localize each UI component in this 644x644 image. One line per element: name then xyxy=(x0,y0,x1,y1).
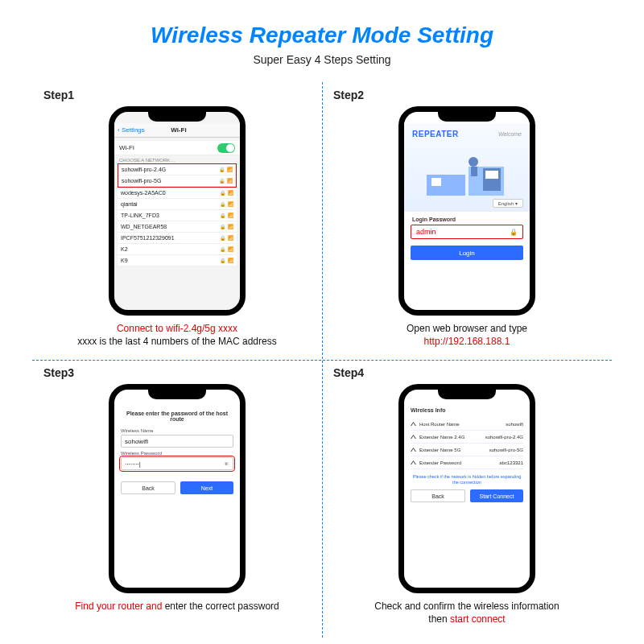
welcome-text: Welcome xyxy=(498,131,522,137)
password-input[interactable]: admin 🔒 xyxy=(411,225,523,239)
phone-notch xyxy=(438,110,496,122)
phone-notch xyxy=(148,110,206,122)
svg-rect-1 xyxy=(431,178,441,186)
back-link[interactable]: ‹ Settings xyxy=(118,126,145,134)
brand-text: REPEATER xyxy=(412,130,459,138)
network-row[interactable]: TP-LINK_7FD3🔒📶 xyxy=(118,210,237,221)
network-row[interactable]: K2🔒📶 xyxy=(118,244,237,255)
info-row: Host Router Name sohowifi xyxy=(411,418,523,431)
page-subtitle: Super Easy 4 Steps Setting xyxy=(32,53,612,66)
lock-icon: 🔒 xyxy=(510,229,518,236)
info-key: Extender Name 2.4G xyxy=(419,435,464,440)
back-button[interactable]: Back xyxy=(121,481,175,494)
step1-label: Step1 xyxy=(43,89,74,101)
info-row: Extender Name 5G sohowifi-pro-5G xyxy=(411,444,523,456)
router-icon xyxy=(411,460,416,464)
step1-cell: Step1 ‹ Settings Wi-Fi Wi-Fi CHOOSE A NE… xyxy=(32,82,322,360)
network-name: sohowifi-pro-2.4G xyxy=(122,167,166,172)
network-name: sohowifi-pro-5G xyxy=(122,178,161,184)
caption-red: start connect xyxy=(450,613,506,625)
eye-icon[interactable]: 👁 xyxy=(224,461,229,467)
step2-cell: Step2 REPEATER Welcome xyxy=(322,82,612,360)
network-name: TP-LINK_7FD3 xyxy=(121,213,159,218)
wireless-name-label: Wireless Name xyxy=(121,428,233,433)
step3-caption: Find your router and enter the correct p… xyxy=(75,600,279,613)
info-key: Host Router Name xyxy=(419,422,460,427)
router-icon xyxy=(411,422,416,426)
lock-icon: 🔒 xyxy=(219,178,225,184)
step4-label: Step4 xyxy=(333,366,364,379)
network-name: K9 xyxy=(121,258,128,263)
caption-black2: then xyxy=(428,613,450,625)
network-name: wodesys-2A5AC0 xyxy=(121,190,166,196)
step3-label: Step3 xyxy=(43,366,74,379)
info-note: Please check if the network is hidden be… xyxy=(411,474,523,485)
wifi-settings-screen: ‹ Settings Wi-Fi Wi-Fi CHOOSE A NETWORK…… xyxy=(114,112,240,310)
form-title: Please enter the password of the host ro… xyxy=(121,411,233,422)
network-row[interactable]: WD_NETGEAR58🔒📶 xyxy=(118,221,237,233)
language-value: English xyxy=(498,201,514,206)
caption-red: Connect to wifi-2.4g/5g xxxx xyxy=(117,323,237,334)
step2-label: Step2 xyxy=(333,89,364,101)
caption-black: Open web browser and type xyxy=(407,323,527,334)
info-header: Wireless Info xyxy=(411,407,523,413)
horizontal-divider xyxy=(32,360,612,361)
network-row[interactable]: sohowifi-pro-2.4G 🔒📶 xyxy=(118,164,236,175)
step2-caption: Open web browser and type http://192.168… xyxy=(407,322,527,348)
phone-mockup: Please enter the password of the host ro… xyxy=(109,384,246,593)
step3-cell: Step3 Please enter the password of the h… xyxy=(32,360,322,638)
wireless-password-label: Wireless Password xyxy=(121,451,233,456)
page-title: Wireless Repeater Mode Setting xyxy=(32,23,612,48)
illustration xyxy=(427,151,507,199)
network-name: WD_NETGEAR58 xyxy=(121,224,167,229)
back-link-text: Settings xyxy=(122,126,145,134)
svg-rect-6 xyxy=(485,171,498,179)
network-name: IPCF5751212329091 xyxy=(121,235,175,241)
back-button[interactable]: Back xyxy=(411,489,465,502)
network-row[interactable]: qiantai🔒📶 xyxy=(118,199,237,210)
info-value: sohowifi xyxy=(506,422,523,427)
info-key: Extender Password xyxy=(419,460,461,465)
caption-red: http://192.168.188.1 xyxy=(424,336,510,347)
login-label: Login Password xyxy=(404,212,530,225)
info-value: abc123321 xyxy=(499,460,523,465)
info-row: Extender Password abc123321 xyxy=(411,456,523,469)
phone-notch xyxy=(438,388,496,399)
wireless-name-input[interactable]: sohowifi xyxy=(121,435,233,448)
wifi-toggle-row: Wi-Fi xyxy=(114,141,240,155)
phone-notch xyxy=(148,388,206,399)
password-value: admin xyxy=(416,228,436,236)
network-row[interactable]: wodesys-2A5AC0🔒📶 xyxy=(118,188,237,199)
router-icon xyxy=(411,435,416,439)
info-value: sohowifi-pro-2.4G xyxy=(485,435,523,440)
router-icon xyxy=(411,448,416,452)
info-row: Extender Name 2.4G sohowifi-pro-2.4G xyxy=(411,431,523,444)
next-button[interactable]: Next xyxy=(180,481,233,494)
wifi-icon: 📶 xyxy=(227,178,233,184)
network-name: qiantai xyxy=(121,201,138,207)
svg-rect-4 xyxy=(471,167,477,176)
steps-grid: Step1 ‹ Settings Wi-Fi Wi-Fi CHOOSE A NE… xyxy=(32,82,612,638)
lock-icon: 🔒 xyxy=(219,167,225,172)
network-name: K2 xyxy=(121,246,128,252)
phone-mockup: REPEATER Welcome English ▾ xyxy=(398,106,535,316)
screen-title: Wi-Fi xyxy=(145,126,213,134)
wireless-name-value: sohowifi xyxy=(125,438,148,445)
start-connect-button[interactable]: Start Connect xyxy=(470,489,523,502)
language-select[interactable]: English ▾ xyxy=(493,199,523,208)
step4-caption: Check and confirm the wireless informati… xyxy=(374,600,559,625)
step1-caption: Connect to wifi-2.4g/5g xxxx xxxx is the… xyxy=(77,322,276,348)
network-row[interactable]: IPCF5751212329091🔒📶 xyxy=(118,233,237,244)
network-row[interactable]: K9🔒📶 xyxy=(118,255,237,266)
phone-mockup: Wireless Info Host Router Name sohowifi … xyxy=(398,384,535,593)
step4-cell: Step4 Wireless Info Host Router Name soh… xyxy=(322,360,612,638)
network-row[interactable]: sohowifi-pro-5G 🔒📶 xyxy=(118,175,236,187)
login-button[interactable]: Login xyxy=(411,246,523,260)
phone-mockup: ‹ Settings Wi-Fi Wi-Fi CHOOSE A NETWORK…… xyxy=(109,106,246,316)
wifi-toggle[interactable] xyxy=(217,143,235,153)
info-key: Extender Name 5G xyxy=(419,448,460,452)
svg-point-3 xyxy=(469,157,478,167)
wifi-row-label: Wi-Fi xyxy=(119,144,134,151)
wireless-password-input[interactable]: ········| 👁 xyxy=(121,457,233,470)
login-screen: REPEATER Welcome English ▾ xyxy=(404,112,530,310)
